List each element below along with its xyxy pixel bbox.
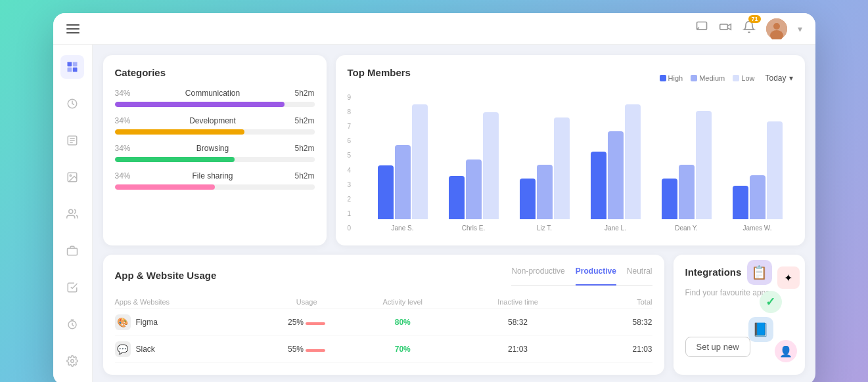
- usage-row: 🎨 Figma 25% 80% 58:32 58:32: [115, 309, 652, 336]
- bar-group: Chris E.: [438, 98, 509, 232]
- usage-tab[interactable]: Neutral: [627, 266, 652, 280]
- members-header: Top Members High Medium Low Today ▾: [348, 67, 793, 89]
- svg-point-15: [70, 175, 71, 176]
- hamburger-menu[interactable]: [66, 24, 80, 33]
- title-bar-right: 71 ▾: [695, 18, 802, 39]
- category-row: 34% Browsing 5h2m: [115, 144, 315, 162]
- categories-list: 34% Communication 5h2m 34% Development 5…: [115, 89, 315, 190]
- sidebar-item-settings[interactable]: [60, 349, 84, 373]
- title-bar-left: [66, 24, 80, 33]
- title-bar: 71 ▾: [53, 13, 815, 45]
- app-icon: 🎨: [115, 314, 131, 330]
- bar-group: Liz T.: [509, 98, 580, 232]
- category-row: 34% File sharing 5h2m: [115, 171, 315, 190]
- top-members-title: Top Members: [348, 67, 411, 78]
- sidebar-item-reports[interactable]: [60, 129, 84, 152]
- sidebar-item-gallery[interactable]: [60, 165, 84, 189]
- usage-tab[interactable]: Productive: [576, 266, 616, 280]
- svg-rect-1: [720, 24, 727, 30]
- col-header-inactive: Inactive time: [460, 298, 575, 306]
- content-area: Categories 34% Communication 5h2m 34% De…: [93, 45, 815, 382]
- category-row: 34% Development 5h2m: [115, 116, 315, 135]
- avatar[interactable]: [766, 18, 787, 39]
- svg-rect-6: [73, 62, 78, 67]
- sidebar-item-work[interactable]: [60, 239, 84, 263]
- app-usage-title: App & Website Usage: [115, 270, 217, 281]
- svg-rect-5: [68, 62, 72, 67]
- legend-item: Low: [733, 74, 754, 82]
- app-icon: 💬: [115, 341, 131, 357]
- usage-table-header: Apps & Websites Usage Activity level Ina…: [115, 295, 652, 309]
- svg-point-19: [71, 360, 74, 363]
- svg-point-16: [69, 209, 73, 213]
- usage-row: 💬 Slack 55% 70% 21:03 21:03: [115, 336, 652, 363]
- bar-chart: 0123456789 Jane S. Chris E. Liz T. Jan: [348, 94, 793, 232]
- chart-legend: High Medium Low: [660, 74, 755, 82]
- top-row: Categories 34% Communication 5h2m 34% De…: [103, 55, 805, 245]
- app-usage-card: App & Website Usage Non-productiveProduc…: [103, 255, 664, 375]
- chat-icon-btn[interactable]: [695, 20, 708, 37]
- bar-group: Dean Y.: [651, 98, 722, 232]
- usage-rows: 🎨 Figma 25% 80% 58:32 58:32 💬 Slack 55% …: [115, 309, 652, 363]
- integrations-title: Integrations: [685, 266, 793, 278]
- svg-rect-7: [68, 68, 72, 72]
- col-header-total: Total: [576, 298, 652, 306]
- sidebar-item-tasks[interactable]: [60, 276, 84, 299]
- video-icon-btn[interactable]: [719, 20, 732, 37]
- category-row: 34% Communication 5h2m: [115, 89, 315, 107]
- main-window: 71 ▾: [53, 13, 815, 382]
- svg-rect-17: [68, 248, 78, 255]
- sidebar-item-timer[interactable]: [60, 312, 84, 336]
- integration-icon-5: 👤: [775, 340, 797, 362]
- svg-rect-8: [73, 68, 78, 72]
- col-header-usage: Usage: [268, 298, 345, 306]
- user-menu-chevron[interactable]: ▾: [798, 24, 802, 34]
- notification-badge: 71: [748, 15, 760, 23]
- integration-icon-4: 📘: [748, 317, 773, 342]
- col-header-app: Apps & Websites: [115, 298, 269, 306]
- categories-title: Categories: [115, 67, 315, 78]
- categories-card: Categories 34% Communication 5h2m 34% De…: [103, 55, 327, 245]
- legend-item: Medium: [691, 74, 725, 82]
- setup-new-button[interactable]: Set up new: [685, 337, 750, 357]
- usage-tab[interactable]: Non-productive: [511, 266, 564, 280]
- period-selector[interactable]: Today ▾: [765, 74, 792, 83]
- bar-group: Jane L.: [580, 98, 651, 232]
- chart-bars: Jane S. Chris E. Liz T. Jane L. Dean Y.: [348, 94, 793, 232]
- bar-group: Jane S.: [367, 98, 438, 232]
- integrations-card: Integrations Find your favourite apps Se…: [674, 255, 805, 375]
- bottom-row: App & Website Usage Non-productiveProduc…: [103, 255, 805, 375]
- svg-point-3: [773, 23, 780, 30]
- legend-item: High: [660, 74, 683, 82]
- usage-tabs: Non-productiveProductiveNeutral: [511, 266, 652, 286]
- col-header-activity: Activity level: [345, 298, 460, 306]
- main-layout: Categories 34% Communication 5h2m 34% De…: [53, 45, 815, 382]
- y-axis: 0123456789: [348, 94, 352, 232]
- integrations-subtitle: Find your favourite apps: [685, 288, 793, 297]
- notification-btn[interactable]: 71: [742, 20, 756, 37]
- sidebar-item-dashboard[interactable]: [60, 55, 84, 79]
- sidebar: [53, 45, 93, 382]
- sidebar-item-clock[interactable]: [60, 92, 84, 116]
- bar-group: James W.: [722, 98, 793, 232]
- sidebar-item-team[interactable]: [60, 202, 84, 226]
- top-members-card: Top Members High Medium Low Today ▾ 0123…: [336, 55, 805, 245]
